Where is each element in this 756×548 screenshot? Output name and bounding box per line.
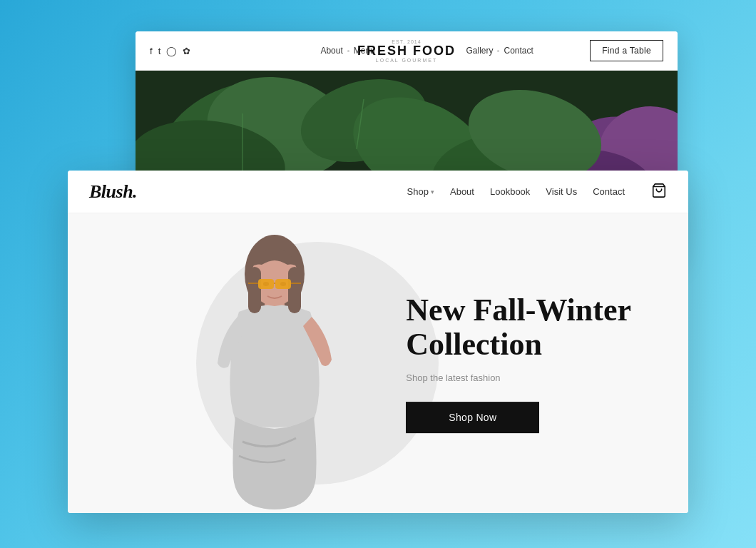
fresh-food-navbar: f t ◯ ✿ About Menu Gallery Contact — [136, 31, 678, 71]
svg-rect-18 — [248, 267, 261, 313]
shop-nav-item[interactable]: Shop ▾ — [407, 186, 434, 197]
fresh-food-logo: EST. 2014 FRESH FOOD LOCAL GOURMET — [357, 39, 456, 63]
hero-title-line2: Collection — [406, 328, 542, 362]
nav-dot-3 — [497, 50, 499, 52]
shop-chevron-icon: ▾ — [431, 188, 434, 196]
instagram-icon[interactable]: ◯ — [166, 46, 177, 56]
hero-title-line1: New Fall-Winter — [406, 293, 631, 328]
logo-sub: LOCAL GOURMET — [357, 58, 456, 63]
svg-rect-19 — [288, 267, 301, 313]
contact-link[interactable]: Contact — [504, 46, 533, 56]
blush-navbar: Blush. Shop ▾ About Lookbook Visit Us Co… — [68, 171, 688, 213]
about-link[interactable]: About — [320, 46, 342, 56]
visit-us-label: Visit Us — [546, 186, 577, 197]
logo-name: FRESH FOOD — [357, 44, 456, 58]
blush-logo: Blush. — [89, 181, 407, 203]
visit-us-nav-item[interactable]: Visit Us — [546, 186, 577, 197]
social-icons: f t ◯ ✿ — [150, 46, 190, 56]
hero-title: New Fall-Winter Collection — [406, 293, 631, 362]
cart-icon — [651, 183, 667, 198]
cart-button[interactable] — [651, 183, 667, 201]
facebook-icon[interactable]: f — [150, 46, 153, 56]
about-label: About — [450, 186, 474, 197]
nav-dot-1 — [347, 50, 349, 52]
svg-point-25 — [263, 282, 269, 286]
shop-now-button[interactable]: Shop Now — [406, 402, 539, 433]
lookbook-nav-item[interactable]: Lookbook — [490, 186, 530, 197]
lookbook-label: Lookbook — [490, 186, 530, 197]
contact-label: Contact — [593, 186, 625, 197]
yelp-icon[interactable]: ✿ — [183, 46, 190, 56]
scene: f t ◯ ✿ About Menu Gallery Contact — [68, 31, 688, 517]
shop-label: Shop — [407, 186, 429, 197]
blush-nav-links: Shop ▾ About Lookbook Visit Us Contact — [407, 183, 667, 201]
about-nav-item[interactable]: About — [450, 186, 474, 197]
contact-nav-item[interactable]: Contact — [593, 186, 625, 197]
hero-content: New Fall-Winter Collection Shop the late… — [406, 293, 631, 433]
hero-subtitle: Shop the latest fashion — [406, 372, 631, 383]
model-svg — [182, 228, 367, 513]
find-table-button[interactable]: Find a Table — [590, 40, 663, 61]
blush-card: Blush. Shop ▾ About Lookbook Visit Us Co… — [68, 171, 688, 513]
blush-hero: New Fall-Winter Collection Shop the late… — [68, 213, 688, 513]
svg-point-26 — [280, 282, 286, 286]
gallery-link[interactable]: Gallery — [466, 46, 493, 56]
model-figure-container — [175, 228, 374, 513]
twitter-icon[interactable]: t — [158, 46, 161, 56]
